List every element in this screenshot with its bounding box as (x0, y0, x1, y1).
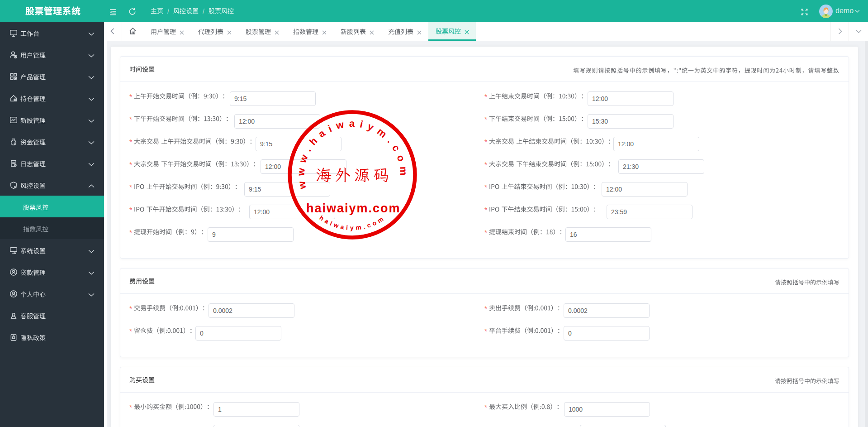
svg-text:haiwaiym.com: haiwaiym.com (318, 214, 386, 232)
